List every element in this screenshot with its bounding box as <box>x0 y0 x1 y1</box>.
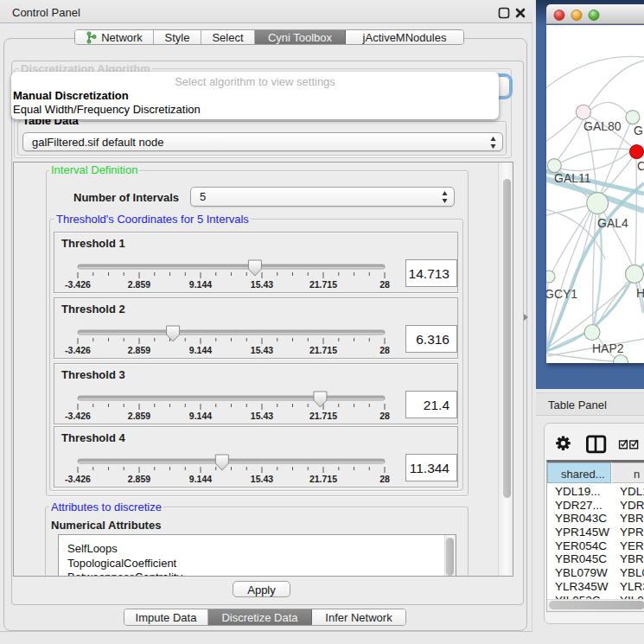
svg-text:15.43: 15.43 <box>251 411 273 421</box>
svg-text:9.144: 9.144 <box>189 411 212 421</box>
svg-text:GAL4: GAL4 <box>597 216 628 230</box>
svg-text:-3.426: -3.426 <box>65 474 91 484</box>
svg-text:GCY1: GCY1 <box>546 287 577 301</box>
svg-text:-3.426: -3.426 <box>65 411 91 421</box>
svg-text:HAP2: HAP2 <box>592 341 624 355</box>
svg-text:28: 28 <box>379 279 390 290</box>
svg-text:2.859: 2.859 <box>128 345 150 355</box>
svg-text:GAL80: GAL80 <box>583 119 622 133</box>
svg-text:21.715: 21.715 <box>309 474 337 484</box>
svg-text:28: 28 <box>379 474 390 484</box>
svg-text:G: G <box>634 124 643 137</box>
svg-text:H: H <box>636 286 644 300</box>
svg-text:15.43: 15.43 <box>251 279 273 290</box>
svg-text:-3.426: -3.426 <box>65 279 91 290</box>
svg-text:-3.426: -3.426 <box>65 345 91 355</box>
svg-text:9.144: 9.144 <box>189 474 212 484</box>
svg-text:9.144: 9.144 <box>189 279 212 290</box>
svg-text:C: C <box>637 159 644 173</box>
svg-text:21.715: 21.715 <box>309 345 337 355</box>
svg-text:28: 28 <box>379 345 390 355</box>
svg-text:2.859: 2.859 <box>128 474 150 484</box>
svg-text:2.859: 2.859 <box>128 279 150 290</box>
svg-text:21.715: 21.715 <box>309 411 337 421</box>
svg-text:9.144: 9.144 <box>189 345 212 355</box>
svg-text:GAL11: GAL11 <box>554 171 591 185</box>
svg-text:2.859: 2.859 <box>128 411 150 421</box>
svg-text:15.43: 15.43 <box>251 474 273 484</box>
svg-text:15.43: 15.43 <box>251 345 273 355</box>
svg-text:21.715: 21.715 <box>309 279 337 290</box>
svg-text:28: 28 <box>379 411 390 421</box>
